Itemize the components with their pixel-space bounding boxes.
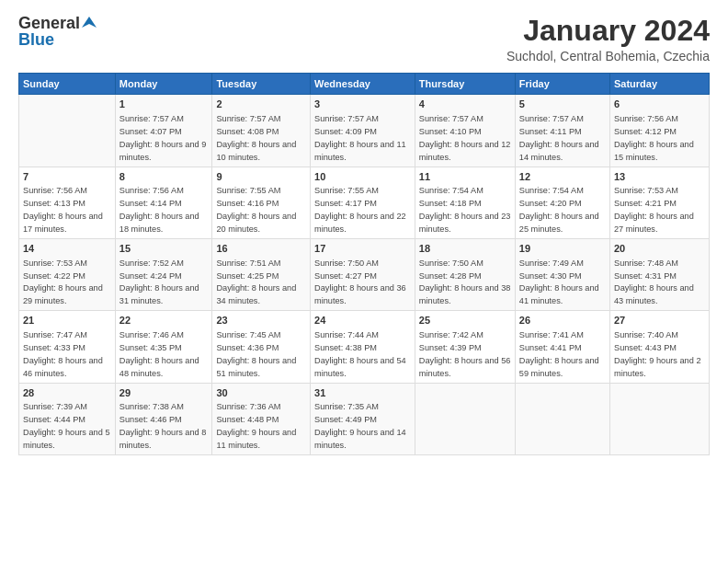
cell-info: Sunrise: 7:44 AMSunset: 4:38 PMDaylight:…	[314, 330, 406, 378]
day-number: 28	[23, 386, 111, 400]
cell-w1-d6: 5 Sunrise: 7:57 AMSunset: 4:11 PMDayligh…	[515, 95, 609, 167]
cell-info: Sunrise: 7:35 AMSunset: 4:49 PMDaylight:…	[314, 402, 406, 450]
cell-info: Sunrise: 7:42 AMSunset: 4:39 PMDaylight:…	[419, 330, 511, 378]
cell-info: Sunrise: 7:55 AMSunset: 4:16 PMDaylight:…	[216, 186, 296, 234]
day-number: 25	[419, 314, 511, 327]
day-number: 16	[216, 242, 306, 256]
cell-w4-d5: 25 Sunrise: 7:42 AMSunset: 4:39 PMDaylig…	[415, 311, 515, 383]
day-number: 2	[216, 98, 306, 111]
week-row-5: 28 Sunrise: 7:39 AMSunset: 4:44 PMDaylig…	[19, 383, 710, 454]
day-number: 6	[614, 98, 705, 111]
page: General Blue January 2024 Suchdol, Centr…	[0, 0, 728, 563]
cell-info: Sunrise: 7:40 AMSunset: 4:43 PMDaylight:…	[614, 330, 701, 378]
cell-w3-d2: 15 Sunrise: 7:52 AMSunset: 4:24 PMDaylig…	[115, 238, 212, 310]
cell-info: Sunrise: 7:53 AMSunset: 4:21 PMDaylight:…	[614, 186, 694, 234]
cell-w5-d5	[415, 383, 515, 454]
cell-info: Sunrise: 7:49 AMSunset: 4:30 PMDaylight:…	[519, 259, 599, 306]
day-number: 22	[119, 314, 209, 327]
cell-w2-d3: 9 Sunrise: 7:55 AMSunset: 4:16 PMDayligh…	[212, 167, 311, 238]
cell-info: Sunrise: 7:50 AMSunset: 4:27 PMDaylight:…	[314, 259, 406, 306]
cell-w5-d7	[610, 383, 710, 454]
cell-info: Sunrise: 7:56 AMSunset: 4:13 PMDaylight:…	[23, 186, 103, 234]
day-number: 26	[519, 314, 606, 327]
cell-w1-d5: 4 Sunrise: 7:57 AMSunset: 4:10 PMDayligh…	[415, 95, 515, 167]
day-number: 5	[519, 98, 606, 111]
day-number: 9	[216, 170, 306, 184]
week-row-2: 7 Sunrise: 7:56 AMSunset: 4:13 PMDayligh…	[19, 167, 710, 238]
svg-marker-0	[82, 17, 97, 28]
col-tuesday: Tuesday	[212, 74, 311, 95]
day-number: 20	[614, 242, 705, 256]
title-block: January 2024 Suchdol, Central Bohemia, C…	[506, 15, 710, 63]
header: General Blue January 2024 Suchdol, Centr…	[18, 15, 710, 63]
cell-w2-d2: 8 Sunrise: 7:56 AMSunset: 4:14 PMDayligh…	[115, 167, 212, 238]
day-number: 1	[119, 98, 209, 111]
cell-info: Sunrise: 7:38 AMSunset: 4:46 PMDaylight:…	[119, 402, 207, 450]
calendar-body: 1 Sunrise: 7:57 AMSunset: 4:07 PMDayligh…	[19, 95, 710, 455]
day-number: 30	[216, 386, 306, 400]
cell-w4-d3: 23 Sunrise: 7:45 AMSunset: 4:36 PMDaylig…	[212, 311, 311, 383]
day-number: 13	[614, 170, 705, 184]
cell-w1-d4: 3 Sunrise: 7:57 AMSunset: 4:09 PMDayligh…	[311, 95, 415, 167]
day-number: 18	[419, 242, 511, 256]
day-number: 3	[314, 98, 411, 111]
cell-info: Sunrise: 7:45 AMSunset: 4:36 PMDaylight:…	[216, 330, 296, 378]
day-number: 7	[23, 170, 111, 184]
day-number: 23	[216, 314, 306, 327]
cell-info: Sunrise: 7:57 AMSunset: 4:10 PMDaylight:…	[419, 114, 511, 162]
logo-bird-icon	[82, 15, 97, 29]
cell-w4-d1: 21 Sunrise: 7:47 AMSunset: 4:33 PMDaylig…	[19, 311, 116, 383]
cell-info: Sunrise: 7:36 AMSunset: 4:48 PMDaylight:…	[216, 402, 296, 450]
cell-w5-d2: 29 Sunrise: 7:38 AMSunset: 4:46 PMDaylig…	[115, 383, 212, 454]
cell-w4-d7: 27 Sunrise: 7:40 AMSunset: 4:43 PMDaylig…	[610, 311, 710, 383]
day-number: 12	[519, 170, 606, 184]
day-number: 29	[119, 386, 209, 400]
week-row-1: 1 Sunrise: 7:57 AMSunset: 4:07 PMDayligh…	[19, 95, 710, 167]
cell-info: Sunrise: 7:39 AMSunset: 4:44 PMDaylight:…	[23, 402, 110, 450]
cell-w2-d1: 7 Sunrise: 7:56 AMSunset: 4:13 PMDayligh…	[19, 167, 116, 238]
cell-info: Sunrise: 7:50 AMSunset: 4:28 PMDaylight:…	[419, 259, 511, 306]
week-row-4: 21 Sunrise: 7:47 AMSunset: 4:33 PMDaylig…	[19, 311, 710, 383]
col-saturday: Saturday	[610, 74, 710, 95]
cell-w3-d5: 18 Sunrise: 7:50 AMSunset: 4:28 PMDaylig…	[415, 238, 515, 310]
week-row-3: 14 Sunrise: 7:53 AMSunset: 4:22 PMDaylig…	[19, 238, 710, 310]
main-title: January 2024	[506, 15, 710, 47]
cell-w1-d2: 1 Sunrise: 7:57 AMSunset: 4:07 PMDayligh…	[115, 95, 212, 167]
cell-w3-d6: 19 Sunrise: 7:49 AMSunset: 4:30 PMDaylig…	[515, 238, 609, 310]
subtitle: Suchdol, Central Bohemia, Czechia	[506, 49, 710, 63]
col-thursday: Thursday	[415, 74, 515, 95]
day-number: 27	[614, 314, 705, 327]
cell-w5-d4: 31 Sunrise: 7:35 AMSunset: 4:49 PMDaylig…	[311, 383, 415, 454]
cell-w3-d3: 16 Sunrise: 7:51 AMSunset: 4:25 PMDaylig…	[212, 238, 311, 310]
cell-info: Sunrise: 7:55 AMSunset: 4:17 PMDaylight:…	[314, 186, 406, 234]
cell-info: Sunrise: 7:57 AMSunset: 4:11 PMDaylight:…	[519, 114, 599, 162]
cell-info: Sunrise: 7:47 AMSunset: 4:33 PMDaylight:…	[23, 330, 103, 378]
col-friday: Friday	[515, 74, 609, 95]
header-row: Sunday Monday Tuesday Wednesday Thursday…	[19, 74, 710, 95]
cell-w5-d1: 28 Sunrise: 7:39 AMSunset: 4:44 PMDaylig…	[19, 383, 116, 454]
day-number: 11	[419, 170, 511, 184]
cell-w4-d2: 22 Sunrise: 7:46 AMSunset: 4:35 PMDaylig…	[115, 311, 212, 383]
day-number: 21	[23, 314, 111, 327]
day-number: 19	[519, 242, 606, 256]
day-number: 10	[314, 170, 411, 184]
day-number: 17	[314, 242, 411, 256]
day-number: 24	[314, 314, 411, 327]
cell-w5-d3: 30 Sunrise: 7:36 AMSunset: 4:48 PMDaylig…	[212, 383, 311, 454]
cell-w2-d7: 13 Sunrise: 7:53 AMSunset: 4:21 PMDaylig…	[610, 167, 710, 238]
cell-w3-d1: 14 Sunrise: 7:53 AMSunset: 4:22 PMDaylig…	[19, 238, 116, 310]
cell-w1-d7: 6 Sunrise: 7:56 AMSunset: 4:12 PMDayligh…	[610, 95, 710, 167]
cell-w3-d7: 20 Sunrise: 7:48 AMSunset: 4:31 PMDaylig…	[610, 238, 710, 310]
col-sunday: Sunday	[19, 74, 116, 95]
cell-info: Sunrise: 7:41 AMSunset: 4:41 PMDaylight:…	[519, 330, 599, 378]
col-wednesday: Wednesday	[311, 74, 415, 95]
cell-w4-d4: 24 Sunrise: 7:44 AMSunset: 4:38 PMDaylig…	[311, 311, 415, 383]
cell-info: Sunrise: 7:48 AMSunset: 4:31 PMDaylight:…	[614, 259, 694, 306]
cell-w2-d4: 10 Sunrise: 7:55 AMSunset: 4:17 PMDaylig…	[311, 167, 415, 238]
calendar-table: Sunday Monday Tuesday Wednesday Thursday…	[18, 73, 710, 455]
logo-blue: Blue	[18, 31, 54, 50]
cell-w5-d6	[515, 383, 609, 454]
day-number: 8	[119, 170, 209, 184]
cell-info: Sunrise: 7:52 AMSunset: 4:24 PMDaylight:…	[119, 259, 199, 306]
cell-w3-d4: 17 Sunrise: 7:50 AMSunset: 4:27 PMDaylig…	[311, 238, 415, 310]
